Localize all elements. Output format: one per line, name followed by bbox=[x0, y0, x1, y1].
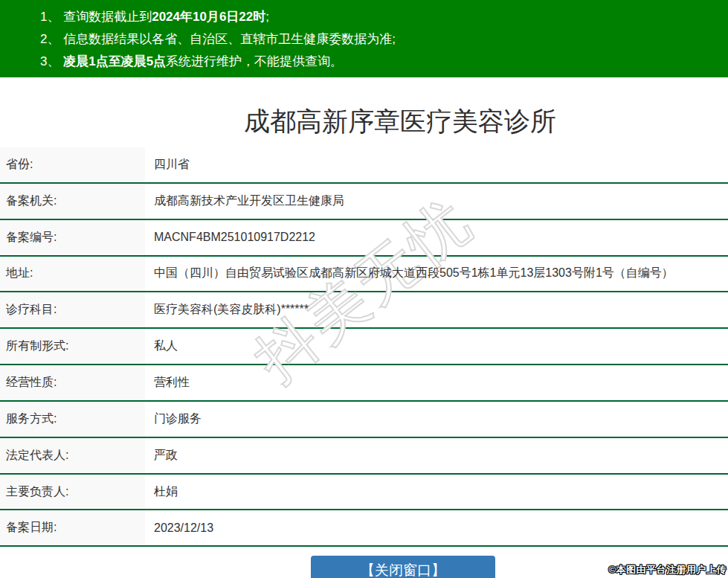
row-value: 中国（四川）自由贸易试验区成都高新区府城大道西段505号1栋1单元13层1303… bbox=[145, 257, 728, 292]
row-value: 严政 bbox=[145, 438, 728, 473]
table-row-ownership: 所有制形式: 私人 bbox=[0, 329, 728, 365]
table-row-service-mode: 服务方式: 门诊服务 bbox=[0, 402, 728, 438]
table-row-business-nature: 经营性质: 营利性 bbox=[0, 365, 728, 402]
notice-line-3: 3、 凌晨1点至凌晨5点系统进行维护，不能提供查询。 bbox=[40, 51, 728, 73]
table-row-province: 省份: 四川省 bbox=[0, 147, 728, 184]
platform-stamp: ©本图由平台注册用户上传 bbox=[608, 563, 727, 577]
row-label: 诊疗科目: bbox=[0, 292, 145, 327]
row-value: 医疗美容科(美容皮肤科)****** bbox=[145, 292, 728, 327]
notice-line-2: 2、 信息数据结果以各省、自治区、直辖市卫生健康委数据为准; bbox=[40, 28, 728, 51]
row-label: 备案日期: bbox=[0, 510, 145, 545]
notice-text: ; bbox=[265, 10, 269, 24]
table-row-filing-number: 备案编号: MACNF4BM251010917D2212 bbox=[0, 220, 728, 257]
row-value: 杜娟 bbox=[145, 475, 728, 510]
table-row-filing-authority: 备案机关: 成都高新技术产业开发区卫生健康局 bbox=[0, 184, 728, 220]
row-label: 地址: bbox=[0, 257, 145, 292]
row-label: 省份: bbox=[0, 147, 145, 182]
table-row-legal-representative: 法定代表人: 严政 bbox=[0, 438, 728, 475]
notice-bold-text: 2024年10月6日22时 bbox=[152, 10, 265, 24]
notice-bold-text: 凌晨1点至凌晨5点 bbox=[63, 54, 166, 68]
notice-text: 系统进行维护，不能提供查询。 bbox=[166, 54, 343, 68]
table-row-main-person-in-charge: 主要负责人: 杜娟 bbox=[0, 475, 728, 511]
row-value: MACNF4BM251010917D2212 bbox=[145, 220, 728, 255]
table-row-filing-date: 备案日期: 2023/12/13 bbox=[0, 510, 728, 547]
close-window-button[interactable]: 【关闭窗口】 bbox=[311, 556, 495, 578]
table-row-address: 地址: 中国（四川）自由贸易试验区成都高新区府城大道西段505号1栋1单元13层… bbox=[0, 257, 728, 293]
row-label: 备案编号: bbox=[0, 220, 145, 255]
row-label: 经营性质: bbox=[0, 365, 145, 400]
row-value: 2023/12/13 bbox=[145, 510, 728, 545]
row-label: 法定代表人: bbox=[0, 438, 145, 473]
row-label: 主要负责人: bbox=[0, 475, 145, 510]
notice-line-1: 1、 查询数据截止到2024年10月6日22时; bbox=[40, 6, 728, 28]
row-label: 服务方式: bbox=[0, 402, 145, 437]
notice-text: 1、 查询数据截止到 bbox=[40, 10, 152, 24]
row-value: 成都高新技术产业开发区卫生健康局 bbox=[145, 184, 728, 219]
page-title: 成都高新序章医疗美容诊所 bbox=[0, 104, 728, 139]
page: { "notice": { "items": [ { "prefix": "1、… bbox=[0, 0, 728, 578]
row-value: 四川省 bbox=[145, 147, 728, 182]
notice-text: 2、 信息数据结果以各省、自治区、直辖市卫生健康委数据为准; bbox=[40, 32, 396, 46]
row-value: 营利性 bbox=[145, 365, 728, 400]
row-label: 备案机关: bbox=[0, 184, 145, 219]
row-value: 门诊服务 bbox=[145, 402, 728, 437]
row-value: 私人 bbox=[145, 329, 728, 364]
notice-banner: 1、 查询数据截止到2024年10月6日22时; 2、 信息数据结果以各省、自治… bbox=[0, 0, 728, 77]
table-row-treatment-subjects: 诊疗科目: 医疗美容科(美容皮肤科)****** bbox=[0, 292, 728, 329]
notice-text: 3、 bbox=[40, 54, 63, 68]
row-label: 所有制形式: bbox=[0, 329, 145, 364]
record-table: 省份: 四川省 备案机关: 成都高新技术产业开发区卫生健康局 备案编号: MAC… bbox=[0, 147, 728, 547]
